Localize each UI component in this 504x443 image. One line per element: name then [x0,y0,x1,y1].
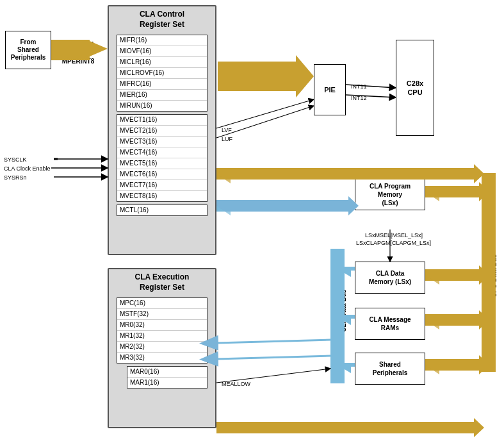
cla-msg-cpu-back [425,314,439,330]
cla-data-mem-label: CLA DataMemory (LSx) [369,269,411,286]
reg-mr2: MR2(32) [117,342,207,353]
cla-exec-to-bus2 [216,356,330,359]
box-cpu: C28xCPU [396,40,434,136]
cla-data-mem-cpu-arrow [425,265,489,285]
cla-prog-mem-label: CLA ProgramMemory(LSx) [370,182,411,207]
int12-label: INT12 [351,95,367,102]
cla-msg-label: CLA MessageRAMs [369,315,411,332]
reg-mr0: MR0(32) [117,320,207,331]
reg-mvect2: MVECT2(16) [117,126,207,137]
reg-miovf: MIOVF(16) [117,46,207,57]
shared-periph-cpu-back [425,359,439,374]
lsxmsel-label: LSxMSEL[MSEL_LSx] [365,232,423,239]
cpu-data-bus-label: CPU Data Bus [485,180,503,372]
box-shared-peripherals-right: SharedPeripherals [355,353,425,385]
cla-exec-to-bus [216,340,330,343]
reg-mifrc: MIFRC(16) [117,79,207,90]
reg-mar0: MAR0(16) [127,367,207,378]
reg-group-2: MVECT1(16) MVECT2(16) MVECT3(16) MVECT4(… [117,114,207,202]
box-pie: PIE [314,64,346,115]
shared-peripherals-label: FromSharedPeripherals [11,38,45,62]
cla-clock-enable-label: CLA Clock Enable [4,165,51,172]
cla-data-bus-label: CLA Data Bus [336,247,351,375]
box-cla-control: CLA ControlRegister Set MIFR(16) MIOVF(1… [108,5,216,255]
reg-mier: MIER(16) [117,90,207,101]
sysclk-label: SYSCLK [4,156,27,163]
cla-data-mem-cpu-back [425,269,439,285]
int11-label: INT11 [351,83,367,90]
reg-mvect7: MVECT7(16) [117,180,207,191]
cla-prog-mem-cpu-arrow [425,182,489,201]
reg-mvect3: MVECT3(16) [117,137,207,147]
cpu-read-bus-label: CPU Read Data Bus [224,426,279,433]
reg-mr1: MR1(32) [117,331,207,342]
reg-mvect4: MVECT4(16) [117,147,207,158]
reg-mifr: MIFR(16) [117,35,207,46]
reg-mvect1: MVECT1(16) [117,115,207,126]
cla-prog-bus-back [216,200,231,215]
cpu-label: C28xCPU [407,79,423,97]
cla-msg-cpu-arrow [425,310,489,330]
shared-periph-cpu-arrow [425,355,489,374]
box-cla-exec: CLA ExecutionRegister Set MPC(16) MSTF(3… [108,268,216,428]
lvf-label: LVF [222,127,232,134]
reg-mctl: MCTL(16) [117,205,207,215]
reg-mr3: MR3(32) [117,353,207,363]
pie-label: PIE [324,86,336,94]
box-cla-program-memory: CLA ProgramMemory(LSx) [355,178,425,210]
box-cla-message-rams: CLA MessageRAMs [355,308,425,340]
cla-prog-mem-cpu-back [425,186,439,201]
cla-control-title: CLA ControlRegister Set [109,6,215,32]
lsxclapgm-label: LSxCLAPGM[CLAPGM_LSx] [356,240,431,247]
reg-group-mar: MAR0(16) MAR1(16) [127,366,207,389]
diagram: FromSharedPeripherals CLA ControlRegiste… [0,0,504,443]
cla-exec-title: CLA ExecutionRegister Set [109,269,215,295]
mperint-label: MPERINT1toMPERINT8 [53,40,104,65]
reg-mstf: MSTF(32) [117,309,207,320]
reg-miclrovf: MICLROVF(16) [117,68,207,79]
box-cla-data-memory: CLA DataMemory (LSx) [355,262,425,294]
sysrsn-label: SYSRSn [4,174,27,181]
reg-miclr: MICLR(16) [117,57,207,68]
lvf-line [216,99,314,128]
reg-mvect8: MVECT8(16) [117,191,207,201]
reg-group-3: MCTL(16) [117,205,207,216]
reg-mvect6: MVECT6(16) [117,169,207,180]
cpu-rw-bus-label: CPU Read/Write Data Bus [224,169,295,176]
reg-mar1: MAR1(16) [127,378,207,388]
shared-periph-r-label: SharedPeripherals [373,360,407,377]
reg-mpc: MPC(16) [117,298,207,309]
luf-label: LUF [222,136,232,143]
meallow-label: MEALLOW [222,381,250,388]
cla-int-arrow [218,55,314,97]
reg-mvect5: MVECT5(16) [117,158,207,169]
reg-group-1: MIFR(16) MIOVF(16) MICLR(16) MICLROVF(16… [117,35,207,112]
box-shared-peripherals: FromSharedPeripherals [5,31,51,69]
reg-group-exec: MPC(16) MSTF(32) MR0(32) MR1(32) MR2(32)… [117,297,207,364]
cla-int-label: CLA_INT1toCLA_INT8 [236,59,306,91]
cla-program-bus-label: CLA Program Bus [237,205,286,212]
reg-mirun: MIRUN(16) [117,101,207,111]
